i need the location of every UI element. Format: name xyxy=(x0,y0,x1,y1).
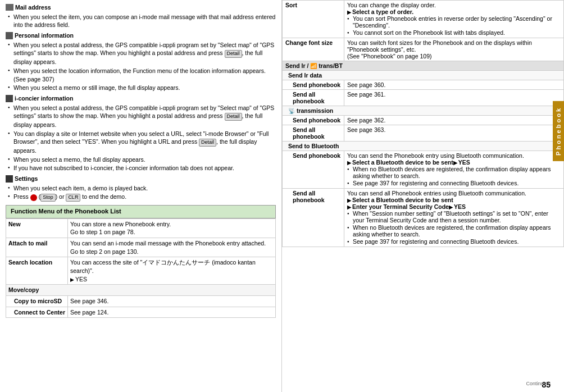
personal-info-section-header: Personal information xyxy=(6,31,276,40)
func-search-desc: You can access the site of "イマドコかんたんサーチ … xyxy=(68,257,276,285)
iconcier-title: i-concier information xyxy=(15,94,73,103)
send-all-phonebook-bt-label: Send all phonebook xyxy=(283,189,344,247)
mail-address-title: Mail address xyxy=(15,3,51,12)
send-phonebook-bt-list: When no Bluetooth devices are registered… xyxy=(347,166,561,186)
key-clr: CLR xyxy=(66,194,80,202)
personal-info-title: Personal information xyxy=(15,31,74,40)
iconcier-item-3: When you select a memo, the full display… xyxy=(8,156,276,164)
iconcier-item-4: If you have not subscribed to i-concier,… xyxy=(8,164,276,172)
table-row: Send all phonebook See page 363. xyxy=(283,125,564,142)
sort-bullet-list: You can sort Phonebook entries in revers… xyxy=(347,15,561,36)
send-phonebook-bt-desc: You can send the Phonebook entry using B… xyxy=(344,151,564,189)
send-all-phonebook-trans-desc: See page 363. xyxy=(344,125,564,142)
trans-icon2: 📡 xyxy=(288,108,295,114)
bt-select-device2-label: Select a Bluetooth device to be sent xyxy=(347,197,453,203)
table-row: Sort You can change the display order. S… xyxy=(283,1,564,38)
iconcier-icon xyxy=(6,95,13,102)
right-table: Sort You can change the display order. S… xyxy=(282,0,564,247)
bt-yes-label: YES xyxy=(453,159,470,166)
font-size-label: Change font size xyxy=(283,38,344,61)
continued-badge: Continued↓ xyxy=(526,381,552,386)
send-phonebook-bt-label: Send phonebook xyxy=(283,151,344,189)
table-row: Send all phonebook You can send all Phon… xyxy=(283,189,564,247)
func-menu-header: Function Menu of the Phonebook List xyxy=(6,205,276,218)
sort-label: Sort xyxy=(283,1,344,38)
send-to-bluetooth-header: Send to Bluetooth xyxy=(283,142,564,151)
settings-section-header: Settings xyxy=(6,175,276,183)
left-column: Mail address When you select the item, y… xyxy=(0,0,282,392)
select-type-label: Select a type of order. xyxy=(347,8,413,15)
table-row: Connect to Center See page 124. xyxy=(6,307,276,318)
func-copy-microsd-desc: See page 346. xyxy=(68,296,276,307)
send-ir-data-header: Send Ir data xyxy=(283,71,564,80)
func-new-label: New xyxy=(6,218,68,238)
arrow-icon xyxy=(70,276,75,282)
personal-info-item-3: When you select a memo or still image, t… xyxy=(8,84,276,92)
mail-address-item: When you select the item, you can compos… xyxy=(8,13,276,29)
right-main-content: Sort You can change the display order. S… xyxy=(282,0,564,392)
mail-icon xyxy=(6,4,13,11)
table-row: Send Ir data xyxy=(283,71,564,80)
iconcier-section-header: i-concier information xyxy=(6,94,276,103)
sort-desc: You can change the display order. Select… xyxy=(344,1,564,38)
table-row: 📡 transmission xyxy=(283,106,564,116)
settings-title: Settings xyxy=(15,175,38,183)
send-phonebook-trans-desc: See page 362. xyxy=(344,116,564,125)
right-column: Sort You can change the display order. S… xyxy=(282,0,564,392)
send-phonebook-ir-desc: See page 360. xyxy=(344,80,564,90)
bt-all-bullet-3: See page 397 for registering and connect… xyxy=(347,238,561,245)
func-connect-center-label: Connect to Center xyxy=(6,307,68,318)
table-row: Move/copy xyxy=(6,285,276,296)
send-ir-bt-header: Send Ir / 📶 trans/BT xyxy=(283,61,564,71)
personal-info-icon xyxy=(6,32,13,39)
mail-address-section-header: Mail address xyxy=(6,3,276,12)
table-row: Send all phonebook See page 361. xyxy=(283,90,564,106)
key-detail2: Detail xyxy=(225,113,242,121)
send-all-phonebook-ir-label: Send all phonebook xyxy=(283,90,344,106)
trans-icon: 📶 xyxy=(310,63,317,69)
func-menu-table: New You can store a new Phonebook entry.… xyxy=(6,218,276,318)
table-row: Attach to mail You can send an i-mode ma… xyxy=(6,238,276,257)
send-all-phonebook-bt-desc: You can send all Phonebook entries using… xyxy=(344,189,564,247)
send-all-phonebook-trans-label: Send all phonebook xyxy=(283,125,344,142)
settings-item-1: When you select each item, a demo is pla… xyxy=(8,184,276,193)
iconcier-item-1: When you select a postal address, the GP… xyxy=(8,104,276,129)
table-row: Copy to microSD See page 346. xyxy=(6,296,276,307)
bt-bullet-2: See page 397 for registering and connect… xyxy=(347,180,561,186)
bt-security-code-label: Enter your Terminal Security Code xyxy=(347,203,449,210)
func-attach-label: Attach to mail xyxy=(6,238,68,257)
key-stop: Stop xyxy=(40,194,56,202)
func-search-label: Search location xyxy=(6,257,68,285)
personal-info-item-2: When you select the location information… xyxy=(8,67,276,83)
send-all-phonebook-ir-desc: See page 361. xyxy=(344,90,564,106)
table-row: New You can store a new Phonebook entry.… xyxy=(6,218,276,238)
func-movecopy-label: Move/copy xyxy=(6,285,276,296)
iconcier-list: When you select a postal address, the GP… xyxy=(6,104,276,173)
settings-item-2: Press (Stop) or CLR to end the demo. xyxy=(8,193,276,202)
send-phonebook-trans-label: Send phonebook xyxy=(283,116,344,125)
bt-bullet-1: When no Bluetooth devices are registered… xyxy=(347,166,561,179)
table-row: Send phonebook You can send the Phoneboo… xyxy=(283,151,564,189)
sort-bullet-1: You can sort Phonebook entries in revers… xyxy=(347,15,561,29)
page-wrapper: Mail address When you select the item, y… xyxy=(0,0,564,392)
func-attach-desc: You can send an i-mode mail message with… xyxy=(68,238,276,257)
func-new-desc: You can store a new Phonebook entry.Go t… xyxy=(68,218,276,238)
func-menu-title: Function Menu of the Phonebook List xyxy=(11,208,121,215)
bt-all-bullet-2: When no Bluetooth devices are registered… xyxy=(347,224,561,238)
key-detail: Detail xyxy=(225,50,242,58)
red-button-icon xyxy=(30,194,37,201)
personal-info-item-1: When you select a postal address, the GP… xyxy=(8,41,276,66)
settings-icon xyxy=(6,175,13,183)
bt-yes2-label: YES xyxy=(449,203,466,210)
personal-info-list: When you select a postal address, the GP… xyxy=(6,41,276,92)
settings-list: When you select each item, a demo is pla… xyxy=(6,184,276,202)
bt-select-device-label: Select a Bluetooth device to be sent xyxy=(347,159,453,166)
phonebook-sidebar-tab: Phonebook xyxy=(553,101,564,161)
font-size-desc: You can switch font sizes for the Phoneb… xyxy=(344,38,564,61)
mail-address-list: When you select the item, you can compos… xyxy=(6,13,276,29)
table-row: Search location You can access the site … xyxy=(6,257,276,285)
sort-bullet-2: You cannot sort on the Phonebook list wi… xyxy=(347,29,561,36)
table-row: Send phonebook See page 360. xyxy=(283,80,564,90)
transmission-header: 📡 transmission xyxy=(283,106,564,116)
table-row: Send Ir / 📶 trans/BT xyxy=(283,61,564,71)
